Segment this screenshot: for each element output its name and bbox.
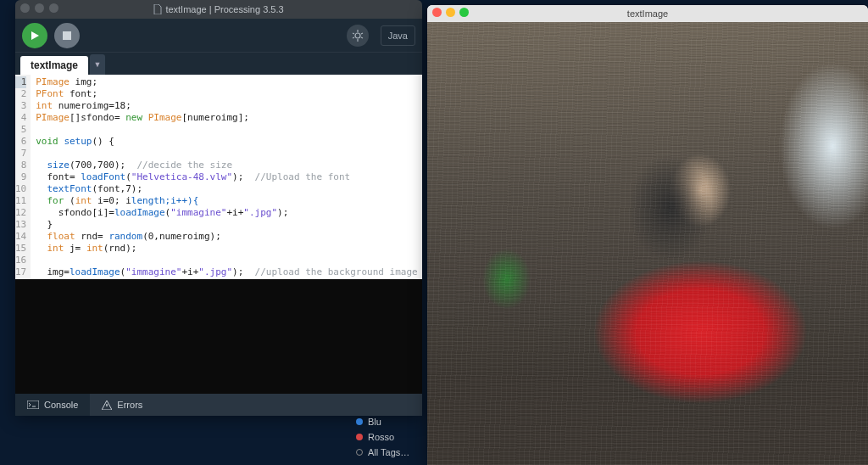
ide-footer: Console Errors [15,394,422,416]
mode-label: Java [388,31,408,41]
tag-label: Blu [368,417,381,427]
svg-rect-1 [27,401,39,409]
tab-menu-button[interactable]: ▼ [90,54,105,75]
stop-button[interactable] [54,23,80,48]
tab-label: textImage [31,59,78,71]
tag-dot-icon [356,434,363,440]
tag-all[interactable]: All Tags… [356,445,441,460]
debug-button[interactable] [347,25,369,47]
svg-rect-0 [63,31,71,40]
console-icon [27,401,39,409]
line-gutter: 1234567891011121314151617 [15,75,31,279]
sketch-titlebar[interactable]: textImage [427,5,868,22]
sketch-window: textImage [427,5,868,465]
code-editor[interactable]: 1234567891011121314151617 PImage img;PFo… [15,75,422,279]
tab-textimage[interactable]: textImage [20,56,88,75]
zoom-icon[interactable] [459,8,469,17]
footer-console-label: Console [44,400,78,410]
footer-tab-errors[interactable]: Errors [90,394,154,416]
warning-icon [102,401,112,410]
finder-tags-panel: Blu Rosso All Tags… [356,414,441,460]
ide-titlebar[interactable]: textImage | Processing 3.5.3 [15,0,422,19]
minimize-icon[interactable] [35,3,44,13]
footer-tab-console[interactable]: Console [15,394,90,416]
close-icon[interactable] [432,8,442,17]
processing-ide-window: textImage | Processing 3.5.3 Java textIm… [15,0,422,416]
sketch-title: textImage [627,8,668,19]
zoom-icon[interactable] [49,3,58,13]
tag-label: Rosso [368,432,394,442]
sketch-window-controls [432,8,469,17]
mode-selector[interactable]: Java [381,25,415,46]
tag-blu[interactable]: Blu [356,414,441,429]
code-area[interactable]: PImage img;PFont font;int numeroimg=18;P… [31,75,422,279]
console-output[interactable] [15,279,422,394]
tag-rosso[interactable]: Rosso [356,429,441,445]
file-icon [153,4,162,14]
ide-toolbar: Java [15,19,422,53]
tag-dot-icon [356,418,363,425]
tag-dot-icon [356,449,363,456]
run-button[interactable] [22,23,47,48]
ide-title: textImage | Processing 3.5.3 [165,4,283,14]
minimize-icon[interactable] [446,8,455,17]
footer-errors-label: Errors [117,400,142,410]
tag-label: All Tags… [368,447,409,457]
tab-bar: textImage ▼ [15,53,422,75]
close-icon[interactable] [20,3,30,13]
sketch-canvas [427,22,868,465]
window-controls [20,3,58,13]
